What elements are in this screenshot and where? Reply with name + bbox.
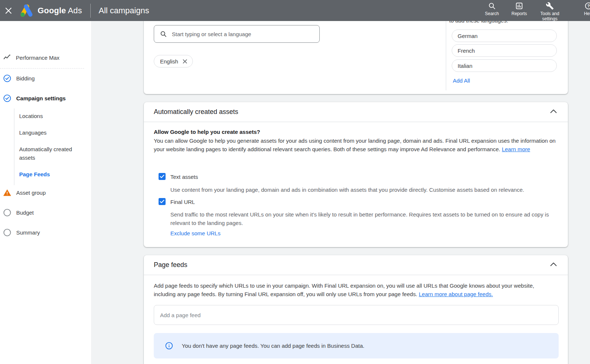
suggested-language-italian[interactable]: Italian (452, 59, 557, 72)
selected-language-chip: English (154, 55, 193, 67)
topbar-nav: Search Reports Tools and settings ? Help (0, 0, 590, 21)
tools-and-settings-nav-label: Tools and settings (537, 11, 563, 21)
suggested-language-german[interactable]: German (452, 30, 557, 42)
text-assets-label[interactable]: Text assets (170, 174, 198, 180)
no-page-feeds-banner: You don't have any page feeds. You can a… (154, 333, 559, 358)
top-app-bar: GoogleAds All campaigns Search Reports T… (0, 0, 590, 21)
page-feeds-card: Page feeds Add page feeds to specify whi… (144, 255, 568, 364)
empty-circle-icon (3, 228, 11, 237)
search-nav-button[interactable]: Search (478, 2, 506, 16)
reports-nav-label: Reports (511, 11, 527, 16)
sidebar-subitem-automatically-created-assets[interactable]: Automatically created assets (19, 145, 80, 162)
search-nav-label: Search (485, 11, 499, 16)
campaign-steps-sidebar: Performance Max Bidding Campaign setting… (0, 21, 91, 364)
panel-divider (446, 21, 446, 90)
assets-description: You can allow Google to help you generat… (154, 137, 556, 153)
page-feeds-description: Add page feeds to specify which URLs to … (154, 282, 556, 298)
empty-circle-icon (3, 208, 11, 217)
languages-card: English to add these languages: German F… (144, 14, 568, 94)
sidebar-subitem-locations[interactable]: Locations (19, 112, 43, 120)
suggested-language-french[interactable]: French (452, 44, 557, 57)
text-assets-description: Use content from your landing page, doma… (170, 186, 561, 194)
final-url-checkbox[interactable] (159, 198, 166, 205)
sidebar-item-budget[interactable]: Budget (0, 208, 34, 217)
performance-max-icon (3, 53, 11, 62)
learn-more-link[interactable]: Learn more (502, 146, 530, 152)
chip-remove-icon[interactable] (182, 59, 188, 64)
tools-and-settings-nav-button[interactable]: Tools and settings (533, 2, 566, 21)
add-all-link[interactable]: Add All (453, 77, 470, 84)
check-circle-icon (3, 94, 11, 103)
chevron-up-icon[interactable] (550, 108, 557, 114)
final-url-description: Send traffic to the most relevant URLs o… (170, 211, 554, 227)
chevron-up-icon[interactable] (550, 261, 557, 267)
search-icon (488, 2, 496, 10)
help-icon: ? (584, 2, 590, 10)
section-title: Automatically created assets (154, 108, 238, 116)
add-page-feed-input[interactable] (154, 305, 559, 325)
sidebar-item-label: Summary (16, 229, 40, 236)
sidebar-divider (0, 68, 84, 69)
main-content: English to add these languages: German F… (91, 21, 590, 364)
sidebar-item-label: Campaign settings (16, 95, 66, 101)
chip-label: English (160, 58, 178, 65)
check-circle-icon (3, 74, 11, 83)
exclude-some-urls-link[interactable]: Exclude some URLs (170, 230, 221, 236)
automatically-created-assets-card: Automatically created assets Allow Googl… (144, 102, 568, 247)
assets-question-heading: Allow Google to help you create assets? (154, 129, 260, 135)
reports-nav-button[interactable]: Reports (505, 2, 533, 16)
sidebar-subnav-line (14, 108, 14, 185)
sidebar-item-label: Budget (16, 209, 34, 216)
help-nav-label: Help (584, 11, 590, 16)
no-page-feeds-text: You don't have any page feeds. You can a… (182, 343, 364, 349)
reports-icon (515, 2, 523, 10)
assets-description-text: You can allow Google to help you generat… (154, 138, 556, 152)
sidebar-item-label: Bidding (16, 75, 35, 82)
final-url-label[interactable]: Final URL (170, 199, 195, 205)
sidebar-item-label: Asset group (16, 190, 46, 196)
sidebar-item-bidding[interactable]: Bidding (0, 73, 35, 83)
section-divider (144, 275, 568, 275)
section-divider (144, 122, 568, 122)
language-search-input[interactable] (154, 25, 320, 43)
wrench-icon (546, 2, 554, 10)
sidebar-item-campaign-settings[interactable]: Campaign settings (0, 93, 66, 103)
sidebar-item-label: Performance Max (16, 55, 59, 61)
sidebar-item-asset-group[interactable]: Asset group (0, 188, 46, 197)
help-nav-button[interactable]: ? Help (575, 2, 590, 16)
sidebar-subitem-page-feeds[interactable]: Page Feeds (19, 170, 50, 178)
sidebar-item-performance-max[interactable]: Performance Max (0, 53, 59, 62)
sidebar-item-summary[interactable]: Summary (0, 228, 40, 237)
info-icon (165, 342, 173, 350)
svg-text:?: ? (587, 4, 590, 8)
learn-more-page-feeds-link[interactable]: Learn more about page feeds. (419, 291, 493, 297)
section-title: Page feeds (154, 261, 187, 269)
warning-icon (3, 188, 11, 197)
sidebar-subitem-languages[interactable]: Languages (19, 128, 46, 137)
text-assets-checkbox[interactable] (159, 173, 166, 180)
